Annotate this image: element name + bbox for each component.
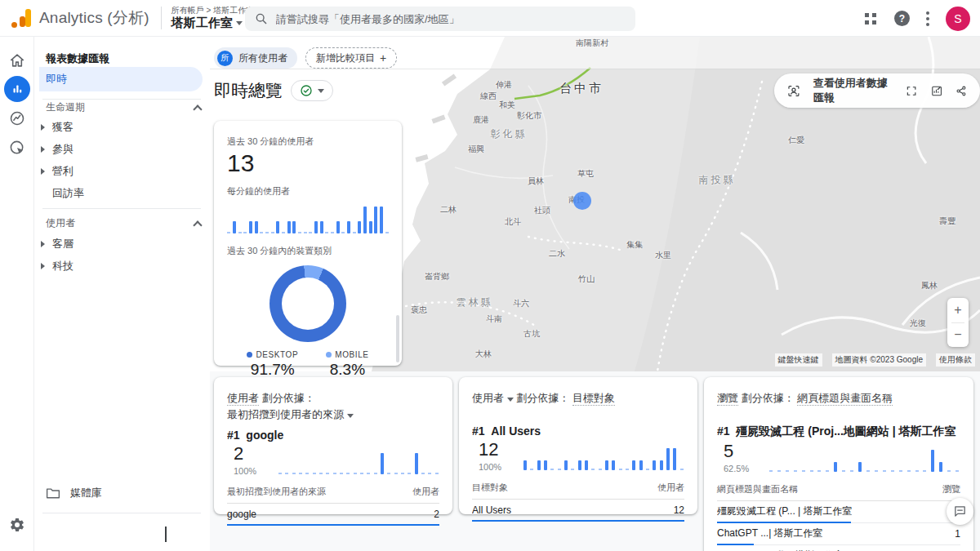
apps-grid-icon[interactable] — [863, 11, 878, 26]
map-place-label: 草屯 — [577, 168, 594, 180]
account-switcher[interactable]: 所有帳戶 > 塔斯工作室 塔斯工作室 — [172, 6, 254, 30]
map-place-label: 北斗 — [505, 216, 521, 228]
map-place-label: 員林 — [528, 176, 544, 187]
map-place-label: 集集 — [626, 239, 643, 251]
sidebar-item-monetization[interactable]: 營利 — [34, 161, 201, 182]
map-place-label: 福興 — [468, 144, 484, 155]
report-sidebar: 報表數據匯報 即時 生命週期 獲客 參與 營利 回訪率 使用者 客層 科技 媒體… — [34, 37, 210, 551]
chevron-down-icon — [507, 398, 514, 402]
avatar[interactable]: S — [946, 7, 970, 31]
explore-icon[interactable] — [8, 109, 26, 127]
settings-gear-icon[interactable] — [9, 517, 25, 533]
source-sparkline — [278, 450, 439, 474]
map-place-label: 竹山 — [578, 273, 595, 285]
view-user-snapshot-button[interactable]: 查看使用者數據匯報 — [813, 76, 893, 105]
expand-arrow-icon — [41, 241, 45, 247]
keyboard-shortcuts-link[interactable]: 鍵盤快速鍵 — [775, 353, 822, 367]
check-circle-icon — [300, 84, 313, 97]
share-icon[interactable] — [956, 84, 967, 98]
metric-selector[interactable]: 瀏覽 — [717, 392, 738, 406]
device-legend: DESKTOP 91.7% MOBILE 8.3% — [227, 350, 389, 379]
map-place-label: 台中市 — [559, 81, 604, 96]
map-place-label: 伸港 — [496, 79, 512, 91]
sidebar-item-tech[interactable]: 科技 — [34, 256, 201, 277]
all-users-chip[interactable]: 所 所有使用者 — [214, 47, 297, 69]
chevron-down-icon — [347, 414, 354, 418]
fullscreen-icon[interactable] — [906, 84, 917, 98]
dimension-selector[interactable]: 網頁標題與畫面名稱 — [797, 392, 893, 406]
expand-arrow-icon — [41, 124, 45, 131]
zoom-in-button[interactable]: + — [947, 298, 969, 322]
dimension-selector[interactable]: 最初招攬到使用者的來源 — [227, 408, 344, 420]
dimension-selector[interactable]: 目標對象 — [572, 392, 615, 406]
sidebar-item-demographics[interactable]: 客層 — [34, 233, 201, 255]
table-row[interactable]: ChatGPT ...| 塔斯工作室1 — [717, 523, 960, 545]
users-30min-label: 過去 30 分鐘的使用者 — [227, 136, 389, 148]
table-row[interactable]: All Users12 — [472, 500, 684, 522]
section-user[interactable]: 使用者 — [46, 216, 201, 230]
map-place-label: 褒忠 — [411, 304, 427, 316]
kebab-menu-icon[interactable] — [926, 11, 929, 26]
map-place-label: 和美 — [499, 100, 515, 111]
section-lifecycle[interactable]: 生命週期 — [46, 100, 201, 114]
collapse-sidebar-button[interactable] — [165, 527, 167, 541]
add-comparison-chip[interactable]: 新增比較項目+ — [305, 47, 397, 69]
search-input[interactable] — [276, 13, 619, 25]
sidebar-item-retention[interactable]: 回訪率 — [34, 183, 201, 204]
metric-selector[interactable]: 使用者 — [472, 392, 504, 404]
app-title: Analytics (分析) — [39, 7, 149, 29]
terms-link[interactable]: 使用條款 — [936, 353, 975, 367]
chevron-down-icon — [318, 89, 324, 93]
map-place-label: 南陽新村 — [576, 38, 608, 49]
sidebar-item-acquisition[interactable]: 獲客 — [34, 117, 201, 138]
help-icon[interactable]: ? — [894, 11, 910, 26]
map-place-label: 鹿港 — [473, 114, 489, 126]
realtime-status-pill[interactable] — [291, 80, 333, 101]
table-row[interactable]: 殭屍毀滅工程 (P... | 塔斯工作室5 — [717, 501, 960, 523]
card-scrollbar[interactable] — [396, 315, 399, 362]
advertising-icon[interactable] — [8, 139, 26, 157]
divider — [42, 513, 201, 513]
pages-sparkline — [768, 447, 960, 472]
chevron-down-icon — [236, 21, 243, 25]
top-entity: google — [246, 429, 283, 442]
metric-selector[interactable]: 使用者 — [227, 392, 259, 406]
map-place-label: 線西 — [480, 91, 497, 102]
breadcrumb: 所有帳戶 > 塔斯工作室 — [172, 6, 254, 16]
header-divider — [161, 7, 162, 29]
map-place-label: 鳳林 — [921, 280, 938, 291]
map-place-label: 雲林縣 — [457, 295, 493, 309]
feedback-button[interactable] — [947, 498, 973, 525]
map-attribution: 鍵盤快速鍵 地圖資料 ©2023 Google 使用條款 — [775, 353, 975, 367]
search-bar[interactable] — [245, 7, 635, 31]
users-30min-value: 13 — [227, 149, 389, 177]
map-place-label: 大林 — [475, 349, 492, 360]
edit-chart-icon[interactable] — [931, 84, 942, 98]
page-title-card: 瀏覽 劃分依據： 網頁標題與畫面名稱 #1 殭屍毀滅工程 (Proj...地圖網… — [704, 377, 973, 551]
user-location-marker — [573, 192, 591, 210]
plus-icon: + — [380, 51, 386, 64]
audience-sparkline — [523, 446, 684, 470]
pages-table: 殭屍毀滅工程 (P... | 塔斯工作室5ChatGPT ...| 塔斯工作室1… — [717, 501, 960, 551]
reports-icon[interactable] — [4, 76, 30, 102]
zoom-out-button[interactable]: − — [947, 323, 969, 348]
home-icon[interactable] — [8, 51, 26, 69]
table-row[interactable]: google2 — [227, 504, 439, 526]
table-row[interactable]: Google Sea...學 | 塔斯工作室1 — [717, 545, 960, 551]
sidebar-item-engagement[interactable]: 參與 — [34, 139, 201, 160]
sidebar-item-library[interactable]: 媒體庫 — [46, 486, 102, 500]
map-place-label: 二林 — [440, 204, 457, 216]
map-place-label: 彰化市 — [517, 110, 541, 122]
users-per-minute-chart — [227, 204, 389, 233]
folder-icon — [46, 487, 60, 500]
sidebar-item-realtime[interactable]: 即時 — [39, 67, 203, 91]
divider — [42, 99, 201, 100]
sidebar-item-snapshot[interactable]: 報表數據匯報 — [46, 51, 109, 66]
device-donut-chart — [270, 265, 346, 342]
per-minute-label: 每分鐘的使用者 — [227, 185, 389, 198]
analytics-logo-icon[interactable] — [11, 8, 33, 28]
expand-arrow-icon — [41, 168, 45, 175]
chevron-up-icon — [193, 104, 202, 113]
device-category-label: 過去 30 分鐘內的裝置類別 — [227, 245, 389, 257]
map-place-label: 壽豐 — [939, 216, 956, 227]
